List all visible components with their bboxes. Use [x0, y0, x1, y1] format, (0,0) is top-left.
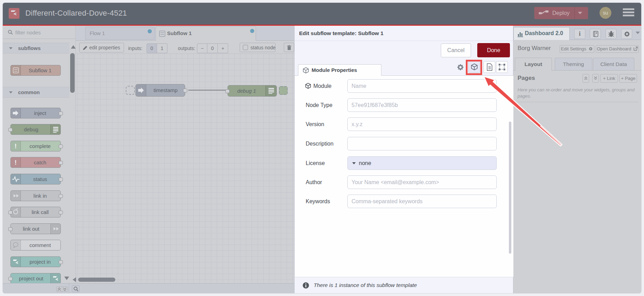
license-select[interactable]: none	[347, 156, 497, 170]
pages-help-text: Here you can re-order and move your widg…	[518, 87, 640, 99]
debug-tab-button[interactable]	[605, 29, 617, 39]
tab-subflow-1[interactable]: Subflow 1	[156, 26, 256, 41]
right-sidebar: Dashboard 2.0 i Borg Warner Edit Setting…	[513, 26, 641, 293]
info-icon	[303, 282, 309, 289]
debug-icon	[266, 85, 277, 96]
inputs-one-button[interactable]: 1	[157, 43, 167, 53]
instance-count-text: There is 1 instance of this subflow temp…	[314, 282, 417, 288]
palette-filter-input[interactable]	[15, 28, 71, 37]
inputs-toggle[interactable]: 0 1	[147, 43, 167, 53]
status-node-checkbox[interactable]	[243, 45, 248, 50]
outputs-plus-button[interactable]: +	[218, 43, 228, 53]
search-icon	[8, 30, 13, 35]
canvas-scroll-left-icon[interactable]	[73, 277, 76, 282]
palette-node-debug[interactable]: debug	[10, 124, 61, 135]
outputs-minus-button[interactable]: −	[197, 43, 207, 53]
move-up-button[interactable]	[583, 74, 589, 83]
double-chevron-up-icon	[584, 76, 588, 80]
description-label: Description	[306, 141, 333, 147]
gear-icon[interactable]	[456, 63, 464, 71]
author-label: Author	[306, 179, 322, 186]
tab-client-data[interactable]: Client Data	[593, 58, 634, 71]
outputs-label: outputs:	[178, 46, 195, 51]
debug-toggle-button[interactable]	[279, 86, 288, 95]
tab-module-properties[interactable]: Module Properties	[298, 64, 381, 76]
add-link-button[interactable]: + Link	[600, 74, 618, 83]
palette-node-project-out[interactable]: project out	[10, 273, 61, 284]
node-red-app: Different-Collared-Dove-4521 Deploy su s…	[3, 3, 641, 293]
search-flows-button[interactable]	[72, 285, 80, 292]
node-type-input[interactable]	[347, 98, 497, 112]
help-tab-button[interactable]	[590, 29, 601, 39]
gear-icon	[588, 47, 593, 51]
palette-node-status[interactable]: status	[10, 174, 61, 184]
tab-flow-1[interactable]: Flow 1	[85, 27, 155, 40]
footer-divider	[69, 283, 69, 293]
flow-canvas[interactable]: timestamp debug 1	[76, 54, 294, 283]
status-node-toggle[interactable]: status node	[240, 43, 275, 52]
cancel-button[interactable]: Cancel	[441, 43, 471, 57]
subflow-input-ghost[interactable]	[126, 86, 135, 95]
palette-node-link-call[interactable]: link call	[10, 207, 61, 217]
author-input[interactable]	[347, 175, 497, 189]
palette-search[interactable]	[3, 26, 75, 39]
pencil-icon	[83, 46, 88, 50]
done-button[interactable]: Done	[477, 43, 510, 57]
tab-layout[interactable]: Layout	[515, 58, 552, 71]
palette-node-project-in[interactable]: project in	[10, 256, 61, 267]
palette-scroll-down-icon[interactable]	[64, 277, 69, 280]
palette-section-subflows[interactable]: subflows	[3, 43, 69, 54]
move-down-button[interactable]	[592, 74, 599, 83]
tab-dashboard-2[interactable]: Dashboard 2.0	[513, 27, 570, 40]
palette-collapse-button[interactable]	[56, 287, 62, 292]
canvas-horizontal-scrollbar[interactable]	[78, 278, 115, 282]
palette-node-comment[interactable]: comment	[10, 240, 61, 250]
cube-icon	[303, 67, 309, 74]
main-menu-icon[interactable]	[623, 8, 634, 18]
description-icon-button[interactable]	[484, 61, 495, 73]
unsaved-changes-dot	[250, 29, 254, 33]
edit-settings-button[interactable]: Edit Settings	[560, 45, 594, 53]
palette-node-link-in[interactable]: link in	[10, 190, 61, 201]
delete-subflow-button[interactable]	[284, 43, 294, 52]
wire[interactable]	[188, 90, 229, 91]
module-input[interactable]	[347, 79, 497, 93]
deploy-options-caret-icon[interactable]	[578, 12, 582, 14]
palette: subflows Subflow 1 common inject debug !…	[3, 26, 76, 283]
description-input[interactable]	[347, 137, 497, 150]
info-tab-button[interactable]: i	[574, 29, 585, 39]
inputs-zero-button[interactable]: 0	[147, 43, 157, 53]
flow-node-timestamp[interactable]: timestamp	[135, 84, 185, 97]
palette-expand-button[interactable]	[62, 287, 68, 292]
version-input[interactable]	[347, 117, 497, 131]
sidebar-options-caret-icon[interactable]	[636, 32, 640, 34]
palette-node-complete[interactable]: ! complete	[10, 141, 61, 151]
palette-node-catch[interactable]: ! catch	[10, 157, 61, 168]
palette-node-link-out[interactable]: link out	[10, 223, 61, 234]
keywords-input[interactable]	[347, 195, 497, 208]
sidebar-tab-bar: Dashboard 2.0 i	[513, 26, 641, 40]
palette-scroll-up-icon[interactable]	[71, 45, 76, 49]
bar-chart-icon	[517, 31, 523, 37]
info-icon: i	[575, 29, 585, 39]
dialog-title: Edit subflow template: Subflow 1	[299, 30, 383, 36]
palette-node-inject[interactable]: inject	[10, 108, 61, 118]
open-dashboard-button[interactable]: Open Dashboard	[596, 45, 639, 53]
module-label: Module	[313, 83, 331, 89]
tab-theming[interactable]: Theming	[555, 58, 592, 71]
appearance-icon-button[interactable]	[496, 61, 508, 73]
edit-subflow-dialog: Edit subflow template: Subflow 1 Cancel …	[294, 26, 513, 293]
settings-tab-button[interactable]	[621, 29, 632, 39]
outputs-stepper[interactable]: − 0 +	[197, 43, 228, 53]
add-page-button[interactable]: + Page	[619, 74, 637, 83]
palette-node-subflow-1[interactable]: Subflow 1	[10, 65, 61, 76]
edit-properties-button[interactable]: edit properties	[79, 43, 124, 52]
palette-section-common[interactable]: common	[3, 87, 69, 98]
user-avatar[interactable]: su	[600, 7, 611, 19]
deploy-button[interactable]: Deploy	[534, 7, 588, 19]
palette-scrollbar[interactable]	[70, 53, 75, 93]
bug-icon	[608, 31, 614, 38]
node-red-logo-icon[interactable]	[9, 8, 19, 19]
flow-node-debug-1[interactable]: debug 1	[228, 85, 277, 97]
dialog-scrollbar[interactable]	[509, 122, 511, 254]
